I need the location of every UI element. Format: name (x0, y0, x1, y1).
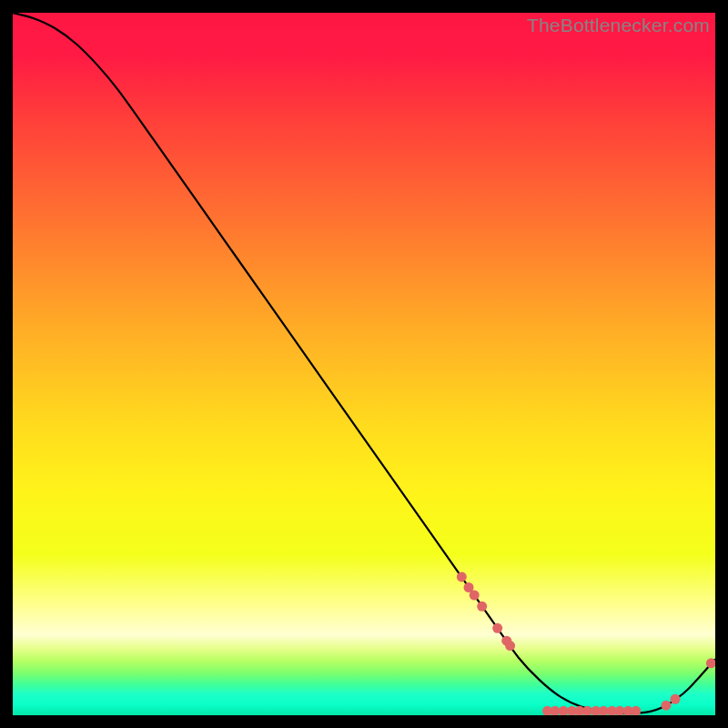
marker-point (505, 641, 515, 651)
marker-point (670, 694, 680, 704)
watermark-text: TheBottlenecker.com (527, 15, 710, 36)
chart-frame: TheBottlenecker.com (13, 13, 715, 715)
marker-point (457, 571, 467, 581)
marker-point (492, 623, 502, 633)
marker-point (661, 701, 671, 711)
marker-point (477, 602, 487, 612)
chart-svg (13, 13, 715, 715)
marker-point (470, 590, 480, 600)
chart-background-gradient (13, 13, 715, 715)
